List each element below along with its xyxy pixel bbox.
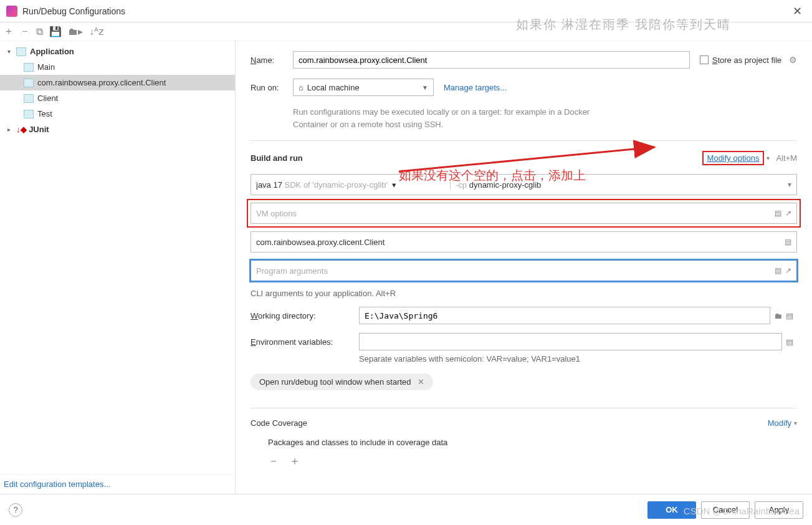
tree-item-selected[interactable]: com.rainbowsea.proxy.clicent.Client (0, 75, 235, 90)
packages-label: Packages and classes to include in cover… (268, 438, 797, 447)
tree-item[interactable]: Test (0, 106, 235, 122)
vm-options-input[interactable]: VM options ▤↗ (251, 203, 797, 224)
store-label: Store as project file (712, 55, 781, 65)
help-button[interactable]: ? (9, 503, 22, 517)
list-icon[interactable]: ▤ (785, 238, 791, 246)
shortcut-label: Alt+M (776, 153, 797, 163)
tree-node-application[interactable]: ▾ Application (0, 44, 235, 59)
chevron-down-icon: ▾ (788, 180, 791, 189)
chevron-right-icon: ▸ (7, 126, 15, 133)
app-icon (6, 6, 17, 17)
junit-icon: ↓◆ (16, 125, 29, 134)
expand-icon[interactable]: ↗ (785, 209, 791, 218)
program-args-input[interactable]: Program arguments ▤↗ (251, 260, 797, 281)
code-coverage-title: Code Coverage (251, 418, 768, 428)
tree-item[interactable]: Main (0, 59, 235, 75)
sdk-cp-row[interactable]: java 17 SDK of 'dynamic-proxy-cglib' ▾ -… (251, 174, 797, 195)
tree-item-label: Main (37, 62, 55, 72)
application-icon (24, 63, 34, 72)
titlebar: Run/Debug Configurations ✕ (0, 0, 812, 22)
home-icon: ⌂ (299, 83, 303, 92)
chevron-down-icon: ▾ (794, 420, 797, 426)
main-class-value: com.rainbowsea.proxy.clicent.Client (256, 238, 385, 247)
name-input[interactable] (293, 51, 690, 69)
tree-item[interactable]: Client (0, 90, 235, 106)
config-panel: Name: Store as project file ⚙ Run on: ⌂ … (236, 41, 812, 494)
tree-item-label: com.rainbowsea.proxy.clicent.Client (37, 78, 166, 87)
add-package-button[interactable]: ＋ (289, 455, 300, 467)
application-icon (24, 79, 34, 87)
chip-label: Open run/debug tool window when started (259, 377, 411, 387)
application-icon (16, 47, 26, 56)
sidebar: ▾ Application Main com.rainbowsea.proxy.… (0, 41, 236, 494)
apply-button[interactable]: Apply (755, 501, 803, 519)
runon-hint: Run configurations may be executed local… (293, 106, 617, 130)
sdk-select[interactable]: java 17 SDK of 'dynamic-proxy-cglib' ▾ (256, 180, 451, 190)
manage-targets-link[interactable]: Manage targets... (444, 83, 507, 92)
env-input[interactable] (359, 333, 782, 350)
tree-label: JUnit (29, 125, 49, 134)
vm-placeholder: VM options (256, 209, 297, 218)
ok-button[interactable]: OK (647, 501, 696, 519)
modify-options-link[interactable]: Modify options (707, 153, 760, 163)
tree-item-label: Test (37, 109, 52, 118)
working-dir-input[interactable] (359, 307, 770, 324)
toolbar: ＋ － ⧉ 💾 🖿▸ ↓ᴬᴢ (0, 22, 812, 41)
tree-node-junit[interactable]: ▸ ↓◆ JUnit (0, 122, 235, 137)
cli-hint: CLI arguments to your application. Alt+R (251, 289, 797, 298)
folder-button[interactable]: 🖿▸ (68, 26, 83, 37)
cp-select[interactable]: -cp dynamic-proxy-cglib (451, 180, 788, 190)
list-icon[interactable]: ▤ (786, 311, 793, 320)
chevron-down-icon: ▾ (7, 48, 15, 55)
name-label: Name: (251, 55, 293, 65)
build-run-title: Build and run (251, 153, 702, 163)
application-icon (24, 110, 34, 118)
wd-label: Working directory: (251, 311, 359, 320)
close-icon[interactable]: ✕ (418, 377, 424, 387)
store-as-file[interactable]: Store as project file ⚙ (700, 55, 797, 65)
modify-options-highlight: Modify options (702, 151, 765, 165)
folder-icon[interactable]: 🖿 (774, 311, 782, 320)
remove-package-button[interactable]: － (268, 455, 279, 467)
checkbox-icon[interactable] (700, 55, 709, 64)
tree-label: Application (30, 47, 74, 56)
chevron-down-icon: ▼ (422, 84, 428, 91)
config-tree: ▾ Application Main com.rainbowsea.proxy.… (0, 44, 235, 474)
list-icon[interactable]: ▤ (786, 337, 793, 347)
expand-icon[interactable]: ↗ (785, 266, 791, 275)
runon-value: Local machine (307, 83, 360, 92)
application-icon (24, 94, 34, 103)
runon-label: Run on: (251, 83, 293, 92)
remove-button[interactable]: － (20, 25, 30, 38)
cancel-button[interactable]: Cancel (701, 501, 750, 519)
main-class-input[interactable]: com.rainbowsea.proxy.clicent.Client ▤ (251, 231, 797, 253)
add-button[interactable]: ＋ (4, 25, 14, 38)
list-icon[interactable]: ▤ (775, 266, 781, 275)
dialog-footer: ? OK Cancel Apply (0, 494, 812, 525)
open-tool-window-chip[interactable]: Open run/debug tool window when started … (251, 373, 433, 390)
edit-templates-link[interactable]: Edit configuration templates... (0, 474, 235, 494)
gear-icon[interactable]: ⚙ (789, 55, 797, 65)
env-hint: Separate variables with semicolon: VAR=v… (359, 354, 797, 364)
window-title: Run/Debug Configurations (22, 6, 789, 16)
cc-modify-link[interactable]: Modify (768, 418, 791, 428)
close-button[interactable]: ✕ (789, 4, 806, 18)
save-button[interactable]: 💾 (49, 26, 62, 37)
runon-dropdown[interactable]: ⌂ Local machine ▼ (293, 79, 434, 96)
tree-item-label: Client (37, 94, 58, 103)
chevron-down-icon: ▾ (767, 155, 770, 161)
copy-button[interactable]: ⧉ (36, 26, 43, 37)
args-placeholder: Program arguments (256, 266, 328, 276)
sort-button[interactable]: ↓ᴬᴢ (89, 26, 103, 37)
env-label: Environment variables: (251, 337, 359, 347)
list-icon[interactable]: ▤ (775, 209, 781, 218)
